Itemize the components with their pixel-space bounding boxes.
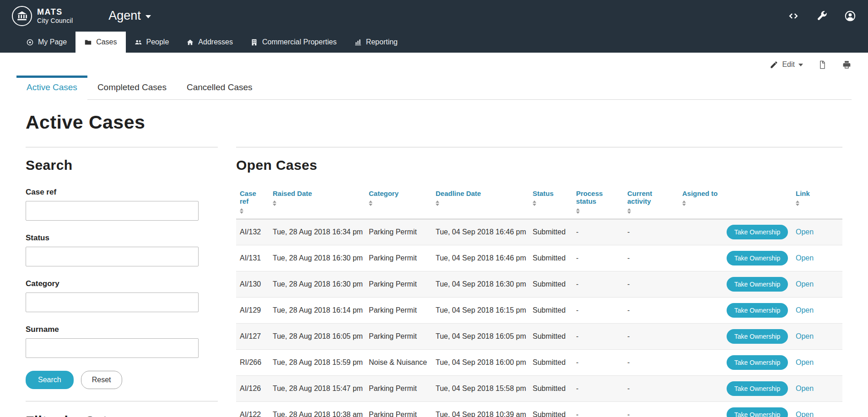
category-input[interactable] bbox=[26, 292, 199, 312]
council-logo[interactable]: MATS City Council bbox=[12, 6, 73, 26]
column-header-status[interactable]: Status bbox=[529, 188, 572, 219]
open-link[interactable]: Open bbox=[796, 358, 814, 366]
open-link[interactable]: Open bbox=[796, 306, 814, 314]
page-content: Edit Active Cases Completed Cases Cancel… bbox=[0, 54, 868, 417]
table-row: AI/130 Tue, 28 Aug 2018 16:30 pm Parking… bbox=[236, 271, 842, 298]
filter-section: Filter by Cat bbox=[26, 401, 218, 417]
open-link[interactable]: Open bbox=[796, 280, 814, 288]
column-header-case-ref[interactable]: Case ref bbox=[236, 188, 269, 219]
column-header-deadline-date[interactable]: Deadline Date bbox=[432, 188, 529, 219]
nav-item-people[interactable]: People bbox=[126, 32, 178, 53]
page-title: Active Cases bbox=[26, 112, 842, 133]
category-cell: Parking Permit bbox=[365, 402, 432, 417]
category-cell: Noise & Nuisance bbox=[365, 350, 432, 376]
search-button[interactable]: Search bbox=[26, 371, 74, 389]
category-label: Category bbox=[26, 279, 218, 288]
folder-icon bbox=[84, 38, 92, 46]
code-icon[interactable] bbox=[787, 10, 799, 22]
open-link[interactable]: Open bbox=[796, 385, 814, 392]
deadline-date-cell: Tue, 04 Sep 2018 16:30 pm bbox=[432, 271, 529, 298]
process-status-cell: - bbox=[572, 219, 624, 245]
sort-icon bbox=[533, 200, 536, 206]
column-header-raised-date[interactable]: Raised Date bbox=[269, 188, 365, 219]
search-panel: Search Case ref Status Category Sur bbox=[26, 147, 218, 417]
current-activity-cell: - bbox=[624, 298, 679, 324]
open-link[interactable]: Open bbox=[796, 332, 814, 340]
take-ownership-button[interactable]: Take Ownership bbox=[727, 407, 788, 417]
column-header-process-status[interactable]: Process status bbox=[572, 188, 624, 219]
nav-label: Cases bbox=[96, 38, 117, 46]
sort-icon bbox=[273, 200, 276, 206]
take-ownership-button[interactable]: Take Ownership bbox=[727, 355, 788, 370]
sort-icon bbox=[682, 200, 686, 206]
case-ref-input[interactable] bbox=[26, 201, 199, 221]
category-cell: Parking Permit bbox=[365, 324, 432, 350]
status-label: Status bbox=[26, 233, 218, 243]
link-cell: Open bbox=[792, 324, 842, 350]
user-icon[interactable] bbox=[844, 10, 856, 22]
main-nav: My Page Cases People Addresses Commercia… bbox=[0, 32, 868, 53]
current-activity-cell: - bbox=[624, 219, 679, 245]
open-link[interactable]: Open bbox=[796, 254, 814, 262]
nav-item-reporting[interactable]: Reporting bbox=[345, 32, 406, 53]
page-toolbar: Edit bbox=[16, 54, 852, 76]
dashboard-icon bbox=[26, 38, 34, 46]
table-body: AI/132 Tue, 28 Aug 2018 16:34 pm Parking… bbox=[236, 219, 842, 417]
current-activity-cell: - bbox=[624, 376, 679, 402]
column-header-category[interactable]: Category bbox=[365, 188, 432, 219]
current-activity-cell: - bbox=[624, 350, 679, 376]
nav-item-cases[interactable]: Cases bbox=[75, 32, 125, 53]
tab-completed-cases[interactable]: Completed Cases bbox=[87, 76, 177, 99]
actions-cell: Take Ownership bbox=[722, 376, 792, 402]
nav-label: People bbox=[146, 38, 169, 46]
take-ownership-button[interactable]: Take Ownership bbox=[727, 303, 788, 318]
take-ownership-button[interactable]: Take Ownership bbox=[727, 277, 788, 292]
status-cell: Submitted bbox=[529, 245, 572, 271]
wrench-icon[interactable] bbox=[816, 10, 828, 22]
reset-button[interactable]: Reset bbox=[81, 371, 122, 389]
print-icon[interactable] bbox=[842, 60, 852, 70]
pdf-icon[interactable] bbox=[818, 60, 827, 70]
column-header-assigned-to[interactable]: Asigned to bbox=[679, 188, 722, 219]
category-field-group: Category bbox=[26, 279, 218, 312]
deadline-date-cell: Tue, 04 Sep 2018 16:15 pm bbox=[432, 298, 529, 324]
open-cases-title: Open Cases bbox=[236, 157, 842, 173]
column-header-link[interactable]: Link bbox=[792, 188, 842, 219]
case-ref-cell: AI/126 bbox=[236, 376, 269, 402]
deadline-date-cell: Tue, 04 Sep 2018 16:46 pm bbox=[432, 245, 529, 271]
actions-cell: Take Ownership bbox=[722, 402, 792, 417]
take-ownership-button[interactable]: Take Ownership bbox=[727, 381, 788, 396]
open-link[interactable]: Open bbox=[796, 228, 814, 236]
nav-label: Addresses bbox=[198, 38, 233, 46]
raised-date-cell: Tue, 28 Aug 2018 15:47 pm bbox=[269, 376, 365, 402]
take-ownership-button[interactable]: Take Ownership bbox=[727, 329, 788, 344]
agent-menu-label: Agent bbox=[108, 9, 141, 23]
take-ownership-button[interactable]: Take Ownership bbox=[727, 251, 788, 265]
agent-menu[interactable]: Agent bbox=[108, 9, 151, 23]
column-header-current-activity[interactable]: Current activity bbox=[624, 188, 679, 219]
chevron-down-icon bbox=[146, 15, 151, 18]
category-cell: Parking Permit bbox=[365, 271, 432, 298]
tab-active-cases[interactable]: Active Cases bbox=[16, 76, 87, 100]
status-cell: Submitted bbox=[529, 271, 572, 298]
top-header: MATS City Council Agent bbox=[0, 0, 868, 32]
edit-button[interactable]: Edit bbox=[770, 60, 803, 69]
deadline-date-cell: Tue, 04 Sep 2018 10:39 am bbox=[432, 402, 529, 417]
nav-item-addresses[interactable]: Addresses bbox=[178, 32, 242, 53]
raised-date-cell: Tue, 28 Aug 2018 16:30 pm bbox=[269, 245, 365, 271]
actions-cell: Take Ownership bbox=[722, 350, 792, 376]
assigned-to-cell bbox=[679, 324, 722, 350]
sort-icon bbox=[796, 200, 799, 206]
filter-section-title: Filter by Cat bbox=[26, 413, 218, 417]
open-link[interactable]: Open bbox=[796, 411, 814, 417]
process-status-cell: - bbox=[572, 402, 624, 417]
raised-date-cell: Tue, 28 Aug 2018 16:30 pm bbox=[269, 271, 365, 298]
case-ref-cell: AI/127 bbox=[236, 324, 269, 350]
tab-cancelled-cases[interactable]: Cancelled Cases bbox=[177, 76, 263, 99]
surname-input[interactable] bbox=[26, 338, 199, 358]
take-ownership-button[interactable]: Take Ownership bbox=[727, 225, 788, 239]
nav-item-my-page[interactable]: My Page bbox=[17, 32, 75, 53]
nav-item-commercial-properties[interactable]: Commercial Properties bbox=[242, 32, 345, 53]
deadline-date-cell: Tue, 04 Sep 2018 16:46 pm bbox=[432, 219, 529, 245]
status-input[interactable] bbox=[26, 247, 199, 266]
